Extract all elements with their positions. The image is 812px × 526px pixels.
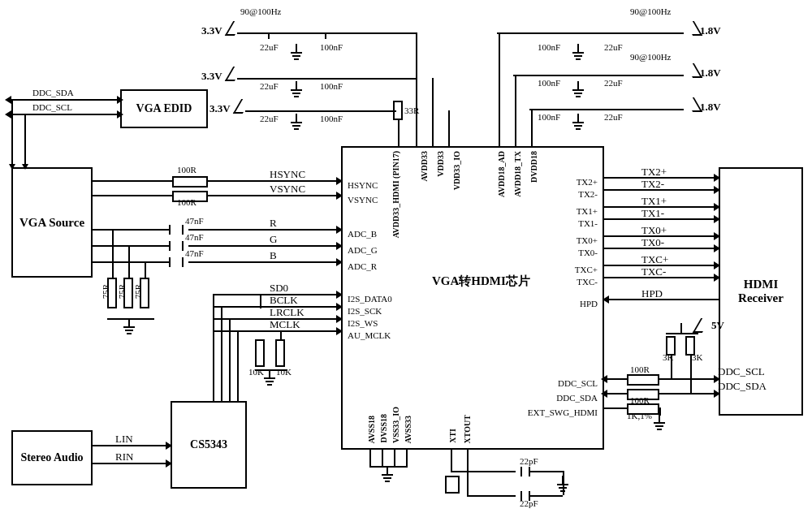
wire bbox=[213, 294, 214, 401]
cs5343-label: CS5343 bbox=[190, 438, 227, 451]
cap-plate bbox=[182, 241, 184, 251]
r75-3: 75R bbox=[133, 284, 143, 299]
arrow-icon bbox=[336, 291, 343, 299]
v18-2: 1.8V bbox=[700, 67, 721, 80]
wire bbox=[11, 99, 13, 169]
arrow-icon bbox=[714, 274, 720, 282]
vga-source-label: VGA Source bbox=[19, 216, 84, 230]
crystal-icon bbox=[445, 476, 460, 494]
pin-avss18: AVSS18 bbox=[367, 416, 376, 443]
pin-tx2p: TX2+ bbox=[577, 177, 598, 187]
vsync-label: VSYNC bbox=[270, 183, 305, 196]
nf100-5: 100nF bbox=[538, 78, 560, 88]
arrow-icon bbox=[336, 303, 343, 311]
arrow-icon bbox=[601, 375, 607, 383]
wire bbox=[221, 306, 222, 401]
wire bbox=[659, 378, 719, 380]
ddc-scl-out-label: DDC_SCL bbox=[718, 365, 765, 378]
wire bbox=[229, 318, 231, 401]
cap-plate bbox=[520, 467, 522, 476]
uf22-4: 22uF bbox=[604, 42, 623, 52]
pf22-1: 22pF bbox=[520, 456, 538, 466]
wire bbox=[529, 109, 684, 110]
r10k-1: 10K bbox=[248, 367, 264, 377]
chip-label: VGA转HDMI芯片 bbox=[432, 274, 530, 289]
nf47-3: 47nF bbox=[185, 248, 204, 258]
arrow-icon bbox=[336, 192, 343, 200]
wire bbox=[451, 448, 452, 471]
pin-hsync: HSYNC bbox=[348, 180, 378, 190]
v18-3: 1.8V bbox=[700, 101, 721, 114]
uf22-5: 22uF bbox=[604, 78, 623, 88]
mclk-label: MCLK bbox=[270, 318, 300, 331]
v33-2: 3.3V bbox=[201, 70, 222, 83]
pf22-2: 22pF bbox=[520, 498, 538, 508]
arrow-icon bbox=[714, 215, 720, 223]
nf100-3: 100nF bbox=[320, 114, 343, 123]
nf47-2: 47nF bbox=[185, 232, 204, 242]
pin-tx0n: TX0- bbox=[578, 248, 598, 257]
pin-ddc-scl: DDC_SCL bbox=[558, 378, 598, 388]
vga-edid-block: VGA EDID bbox=[120, 89, 208, 128]
stereo-audio-label: Stereo Audio bbox=[20, 451, 83, 464]
txcp-label: TXC+ bbox=[641, 253, 668, 266]
bclk-label: BCLK bbox=[270, 294, 298, 307]
r1k1-label: 1K,1% bbox=[627, 411, 652, 420]
pin-dvss18: DVSS18 bbox=[379, 414, 388, 443]
wire bbox=[325, 32, 326, 39]
uf22-2: 22uF bbox=[260, 81, 279, 91]
wire bbox=[237, 32, 416, 34]
arrow-icon bbox=[336, 327, 343, 335]
ddc-sda-label: DDC_SDA bbox=[32, 88, 74, 97]
tx1p-label: TX1+ bbox=[641, 195, 667, 208]
wire bbox=[91, 195, 172, 196]
arrow-icon bbox=[117, 96, 123, 104]
pin-tx1n: TX1- bbox=[578, 218, 598, 228]
vsource-icon bbox=[693, 318, 710, 333]
cap-plate bbox=[169, 241, 171, 251]
wire bbox=[128, 245, 130, 278]
pin-ddc-sda: DDC_SDA bbox=[556, 393, 598, 403]
arrow-icon bbox=[603, 295, 609, 304]
vga-edid-label: VGA EDID bbox=[136, 102, 192, 115]
sd0-label: SD0 bbox=[270, 282, 288, 295]
r3k-1: 3K bbox=[663, 352, 673, 362]
stereo-audio-block: Stereo Audio bbox=[11, 430, 93, 485]
pin-avdd33-hdmi: AVDD33_HDMI (PIN17) bbox=[391, 151, 400, 238]
pin-tx2n: TX2- bbox=[578, 189, 598, 199]
wire bbox=[24, 114, 26, 169]
wire bbox=[666, 333, 698, 334]
wire bbox=[451, 471, 516, 472]
ferrite-2: 90@100Hz bbox=[630, 6, 671, 16]
pin-vss33io: VSS33_IO bbox=[391, 407, 400, 443]
wire bbox=[260, 294, 261, 308]
tx0n-label: TX0- bbox=[641, 236, 664, 249]
arrow-icon bbox=[714, 186, 720, 194]
arrow-icon bbox=[714, 174, 720, 182]
cap-plate bbox=[169, 225, 171, 235]
arrow-icon bbox=[22, 164, 28, 170]
r75-1: 75R bbox=[101, 284, 110, 299]
hsync-label: HSYNC bbox=[270, 168, 305, 181]
g-label: G bbox=[270, 233, 277, 246]
pin-adc-b: ADC_B bbox=[348, 229, 377, 239]
r100-vsync: 100R bbox=[177, 197, 197, 207]
rin-label: RIN bbox=[115, 451, 133, 463]
resistor-icon bbox=[275, 339, 285, 367]
v33-1: 3.3V bbox=[201, 24, 222, 37]
wire bbox=[382, 448, 383, 466]
lin-label: LIN bbox=[115, 433, 133, 446]
wire bbox=[91, 245, 169, 247]
pin-adc-r: ADC_R bbox=[348, 261, 377, 271]
wire bbox=[530, 471, 563, 472]
wire bbox=[530, 495, 563, 497]
r3k-2: 3K bbox=[692, 352, 702, 362]
cap-plate bbox=[169, 257, 171, 267]
nf47-1: 47nF bbox=[185, 216, 204, 226]
wire bbox=[91, 180, 172, 182]
wire bbox=[11, 114, 120, 115]
pin-tx0p: TX0+ bbox=[577, 235, 598, 245]
wire bbox=[107, 318, 154, 320]
pin-avdd33: AVDD33 bbox=[420, 151, 429, 182]
r100-ddc1: 100R bbox=[630, 364, 650, 374]
